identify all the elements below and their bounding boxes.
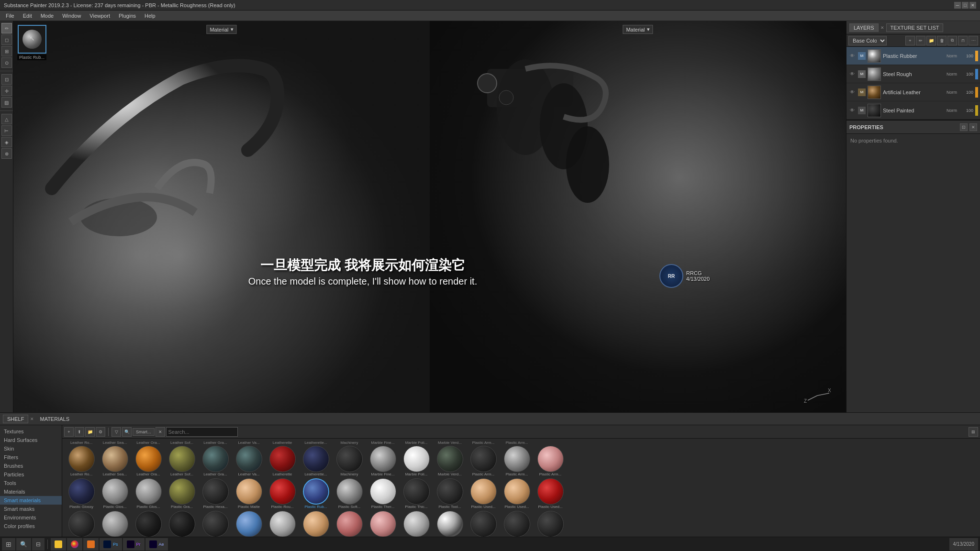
mat-plastic-glos2[interactable]: Plastic Glos... <box>99 478 131 509</box>
tab-materials[interactable]: MATERIALS <box>36 415 73 423</box>
layer-eye-0[interactable]: 👁 <box>848 52 856 60</box>
menu-mode[interactable]: Mode <box>37 12 58 20</box>
taskbar-explorer[interactable] <box>51 538 66 551</box>
mat-rubber-tire[interactable]: Rubber Tire <box>166 511 198 537</box>
category-tools[interactable]: Tools <box>0 479 62 487</box>
mat-leather-ro[interactable]: Leather Ro... <box>65 446 98 476</box>
menu-window[interactable]: Window <box>58 12 85 20</box>
mat-rubber-dry[interactable]: Rubber Dry <box>132 511 165 537</box>
menu-edit[interactable]: Edit <box>19 12 36 20</box>
category-skin[interactable]: Skin <box>0 444 62 453</box>
category-hard-surfaces[interactable]: Hard Surfaces <box>0 436 62 444</box>
close-button[interactable]: ✕ <box>969 2 976 9</box>
taskbar-vlc[interactable] <box>83 538 99 551</box>
duplicate-layer-button[interactable]: ⧉ <box>947 36 957 45</box>
tab-shelf[interactable]: SHELF <box>3 415 28 423</box>
add-paint-layer-button[interactable]: ✏ <box>916 36 925 45</box>
mat-skin-human[interactable]: Skin Huma... <box>367 511 399 537</box>
shelf-search-input[interactable] <box>166 427 238 437</box>
layer-item-2[interactable]: 👁 M Artificial Leather Norm 100 <box>846 83 980 101</box>
mat-plastic-used4[interactable]: Plastic Used... <box>65 511 98 537</box>
blend-mode-select[interactable]: Base Color <box>848 36 887 45</box>
mat-plastic-tool[interactable]: Plastic Tool... <box>434 478 466 509</box>
mat-silver-armor[interactable]: Silver Armor <box>266 511 299 537</box>
shelf-filter-tag[interactable]: Smart... <box>133 428 155 436</box>
shelf-import-button[interactable]: ⬆ <box>75 427 84 437</box>
mat-rubber-tre[interactable]: Rubber Tre... <box>199 511 232 537</box>
taskbar-start[interactable]: ⊞ <box>2 538 15 551</box>
mat-plastic-thic[interactable]: Plastic Thic... <box>400 478 433 509</box>
mat-plastic-arm1[interactable]: Plastic Arm... <box>467 446 500 476</box>
menu-file[interactable]: File <box>2 12 18 20</box>
mat-steel[interactable]: Steel <box>400 511 433 537</box>
mat-plastic-used3[interactable]: Plastic Used... <box>534 478 567 509</box>
mat-steel-dark-a[interactable]: Steel Dark A... <box>467 511 500 537</box>
mat-skin-face[interactable]: Skin Face <box>300 511 332 537</box>
mat-steel-gun[interactable]: Steel Gun P... <box>534 511 567 537</box>
maximize-button[interactable]: □ <box>962 2 969 9</box>
menu-viewport[interactable]: Viewport <box>86 12 114 20</box>
merge-layer-button[interactable]: ⊓ <box>958 36 968 45</box>
mat-plastic-soft[interactable]: Plastic Soft... <box>333 478 366 509</box>
category-particles[interactable]: Particles <box>0 470 62 479</box>
category-smart-materials[interactable]: Smart materials <box>0 496 62 505</box>
mat-plastic-arm3[interactable]: Plastic Arm... <box>534 446 567 476</box>
properties-close-button[interactable]: ✕ <box>969 123 977 131</box>
mat-steel-bright[interactable]: Steel Bright... <box>434 511 466 537</box>
mat-leather-sof[interactable]: Leather Sof... <box>166 446 198 476</box>
shelf-filter-button[interactable]: ▽ <box>111 427 121 437</box>
taskbar-search[interactable]: 🔍 <box>16 538 31 551</box>
mat-marble-fine[interactable]: Marble Fine... <box>367 446 399 476</box>
category-environments[interactable]: Environments <box>0 513 62 522</box>
minimize-button[interactable]: ─ <box>954 2 961 9</box>
viewport-left-dropdown[interactable]: Material ▾ <box>206 25 236 34</box>
shelf-filter-icon[interactable]: ⚙ <box>96 427 105 437</box>
tool-brush[interactable]: ✏ <box>1 23 12 33</box>
mat-plastic-rou[interactable]: Plastic Rou... <box>266 478 299 509</box>
mat-machinery[interactable]: Machinery <box>333 446 366 476</box>
taskbar-ae[interactable]: Ae <box>145 538 168 551</box>
category-materials[interactable]: Materials <box>0 487 62 496</box>
tool-measure[interactable]: ⊢ <box>1 125 12 136</box>
mat-plastic-hexa[interactable]: Plastic Hexa... <box>199 478 232 509</box>
tool-fill[interactable]: ▨ <box>1 97 12 108</box>
category-smart-masks[interactable]: Smart masks <box>0 505 62 513</box>
shelf-tag-close[interactable]: ✕ <box>156 427 165 437</box>
layer-item-1[interactable]: 👁 M Steel Rough Norm 100 <box>846 65 980 83</box>
viewport-right[interactable]: Material ▾ Z X <box>430 21 846 412</box>
mat-leatherette2[interactable]: Leatherette... <box>300 446 332 476</box>
taskbar-chrome[interactable] <box>67 538 82 551</box>
mat-skin-feverish[interactable]: Skin Feverish <box>333 511 366 537</box>
taskbar-premiere[interactable]: Pr <box>123 538 145 551</box>
category-brushes[interactable]: Brushes <box>0 462 62 470</box>
layer-item-0[interactable]: 👁 M Plastic Rubber Norm 100 <box>846 47 980 65</box>
material-thumb-box[interactable]: ↖ <box>18 25 46 54</box>
mat-plastic-rub[interactable]: Plastic Rub... <box>300 478 332 509</box>
tool-selection[interactable]: ⊡ <box>1 74 12 85</box>
mat-leather-orange[interactable]: Leather Ora... <box>132 446 165 476</box>
layer-item-3[interactable]: 👁 M Steel Painted Norm 100 <box>846 101 980 120</box>
layer-eye-3[interactable]: 👁 <box>848 107 856 114</box>
delete-layer-button[interactable]: 🗑 <box>937 36 947 45</box>
layer-eye-1[interactable]: 👁 <box>848 70 856 78</box>
mat-plastic-used5[interactable]: Plastic Used... <box>99 511 131 537</box>
category-textures[interactable]: Textures <box>0 427 62 436</box>
viewport-left[interactable]: ↖ Plastic Rub... Material ▾ <box>13 21 430 412</box>
mat-plastic-used2[interactable]: Plastic Used... <box>501 478 533 509</box>
mat-leather-sea[interactable]: Leather Sea... <box>99 446 131 476</box>
mat-plastic-glossy1[interactable]: Plastic Glossy <box>65 478 98 509</box>
layers-tab-close-icon[interactable]: ✕ <box>880 25 884 30</box>
mat-plastic-used1[interactable]: Plastic Used... <box>467 478 500 509</box>
properties-float-button[interactable]: ⊡ <box>960 123 968 131</box>
category-color-profiles[interactable]: Color profiles <box>0 522 62 530</box>
shelf-grid-view-button[interactable]: ⊞ <box>969 427 978 437</box>
mat-plastic-ther[interactable]: Plastic Ther... <box>367 478 399 509</box>
mat-plastic-matte[interactable]: Plastic Matte <box>233 478 265 509</box>
category-filters[interactable]: Filters <box>0 453 62 462</box>
shelf-folder-button[interactable]: 📁 <box>85 427 95 437</box>
tool-geometry[interactable]: △ <box>1 114 12 124</box>
tab-layers[interactable]: LAYERS <box>849 23 879 32</box>
shelf-add-button[interactable]: + <box>64 427 74 437</box>
tool-smudge[interactable]: ⊙ <box>1 57 12 68</box>
mat-sapphire-c[interactable]: Sapphire C... <box>233 511 265 537</box>
